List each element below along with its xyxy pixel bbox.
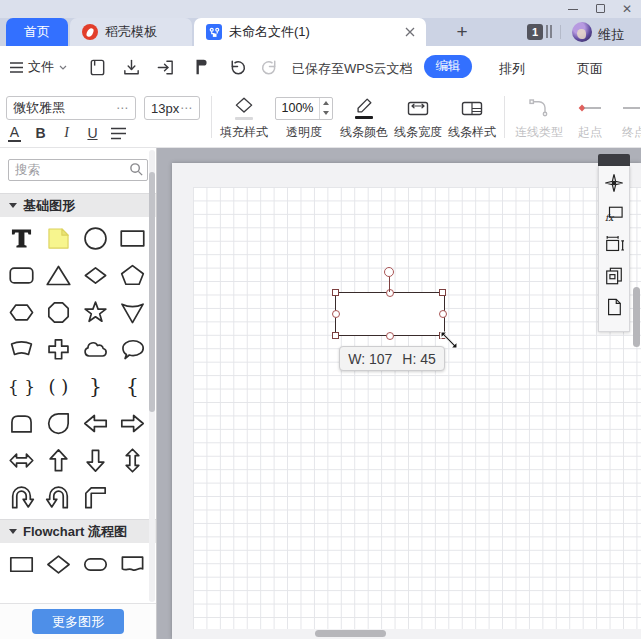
shape-left-arrow[interactable] (77, 405, 114, 442)
shape-sticky-note[interactable] (40, 220, 77, 257)
redo-button[interactable] (258, 56, 280, 78)
more-shapes-button[interactable]: 更多图形 (32, 609, 124, 634)
section-header-1[interactable]: Flowchart 流程图 (0, 519, 156, 543)
shape-pentagon[interactable] (114, 257, 151, 294)
edit-mode-button[interactable]: 编辑 (424, 55, 472, 78)
panel-handle[interactable] (598, 154, 630, 166)
shape-decision[interactable] (40, 546, 77, 583)
shape-speech-bubble[interactable] (114, 331, 151, 368)
fill-style-group[interactable]: 填充样式 (217, 88, 271, 148)
duplicate-page-button[interactable] (603, 265, 625, 287)
shape-u-turn-arrow[interactable] (3, 479, 40, 516)
shape-up-arrow[interactable] (40, 442, 77, 479)
font-size-select[interactable]: 13px ⋯ (144, 96, 200, 120)
more-fonts-icon[interactable]: ⋯ (116, 101, 129, 115)
shape-u-turn-arrow-alt[interactable] (40, 479, 77, 516)
shape-parenthesis-pair[interactable]: ( ) (40, 368, 77, 405)
shape-cross[interactable] (40, 331, 77, 368)
connection-point-bottom[interactable] (386, 332, 394, 340)
shape-process[interactable] (3, 546, 40, 583)
shape-octagon[interactable] (40, 294, 77, 331)
shape-brace-pair[interactable]: { } (3, 368, 40, 405)
section-header-0[interactable]: 基础图形 (0, 193, 156, 217)
spin-up-button[interactable] (320, 98, 332, 109)
opacity-spinner[interactable]: 100% (275, 97, 333, 120)
shape-star[interactable] (77, 294, 114, 331)
tab-docer-templates[interactable]: 稻壳模板 (70, 18, 192, 46)
spin-down-button[interactable] (320, 108, 332, 119)
rotate-handle[interactable] (384, 267, 394, 277)
close-tab-button[interactable] (402, 24, 418, 40)
shape-text[interactable] (3, 220, 40, 257)
fill-color-indicator (235, 117, 253, 120)
maximize-button[interactable] (595, 3, 607, 15)
shape-arch[interactable] (3, 405, 40, 442)
search-input[interactable] (8, 159, 148, 181)
sidebar-scrollbar[interactable] (149, 150, 155, 602)
minimize-button[interactable] (567, 3, 579, 15)
scrollbar-thumb[interactable] (149, 172, 155, 412)
underline-button[interactable]: U (80, 122, 105, 144)
bold-button[interactable]: B (28, 122, 53, 144)
shape-cone[interactable] (114, 294, 151, 331)
connection-point-top[interactable] (386, 289, 394, 297)
connection-point-right[interactable] (439, 310, 447, 318)
shape-circle[interactable] (77, 220, 114, 257)
arrange-menu[interactable]: 排列 (499, 60, 525, 78)
resize-handle-nw[interactable] (332, 289, 339, 296)
shape-rectangle[interactable] (114, 220, 151, 257)
close-window-button[interactable]: ✕ (621, 3, 633, 15)
selected-rectangle-shape[interactable] (335, 292, 445, 336)
canvas-page[interactable] (172, 163, 641, 639)
window-count-badge[interactable]: 1 (527, 24, 543, 40)
drawing-canvas[interactable]: W: 107 H: 45 fx (157, 148, 641, 639)
username-label[interactable]: 维拉 (598, 26, 624, 44)
resize-handle-sw[interactable] (332, 332, 339, 339)
shape-rounded-rectangle[interactable] (3, 257, 40, 294)
shape-corner-shape[interactable] (77, 479, 114, 516)
horizontal-scrollbar-thumb[interactable] (315, 630, 386, 637)
font-family-select[interactable]: 微软雅黑 ⋯ (6, 96, 136, 120)
canvas-grid[interactable] (193, 187, 641, 629)
page-menu[interactable]: 页面 (577, 60, 603, 78)
file-menu[interactable]: 文件 (10, 58, 67, 76)
text-align-button[interactable] (106, 122, 131, 144)
shape-document[interactable] (114, 546, 151, 583)
formula-style-button[interactable]: fx (603, 203, 625, 225)
shape-diamond[interactable] (77, 257, 114, 294)
new-page-button[interactable] (603, 296, 625, 318)
shape-double-horizontal-arrow[interactable] (3, 442, 40, 479)
save-button[interactable] (86, 56, 108, 78)
shape-triangle[interactable] (40, 257, 77, 294)
tab-home[interactable]: 首页 (6, 18, 68, 46)
resize-handle-ne[interactable] (439, 289, 446, 296)
export-button[interactable] (154, 56, 176, 78)
navigator-button[interactable] (603, 172, 625, 194)
line-style-group[interactable]: 线条样式 (445, 88, 499, 148)
shape-down-arrow[interactable] (77, 442, 114, 479)
new-tab-button[interactable]: + (450, 21, 474, 43)
tab-document[interactable]: 未命名文件(1) (194, 18, 426, 46)
page-size-button[interactable] (603, 234, 625, 256)
shape-terminator[interactable] (77, 546, 114, 583)
more-sizes-icon[interactable]: ⋯ (180, 101, 193, 115)
connection-point-left[interactable] (332, 310, 340, 318)
shape-right-arrow[interactable] (114, 405, 151, 442)
shape-teardrop[interactable] (40, 405, 77, 442)
format-painter-button[interactable] (190, 56, 212, 78)
font-color-button[interactable]: A (2, 122, 27, 144)
shape-hexagon[interactable] (3, 294, 40, 331)
shape-right-brace[interactable]: } (77, 368, 114, 405)
shape-double-vertical-arrow[interactable] (114, 442, 151, 479)
line-width-group[interactable]: 线条宽度 (391, 88, 445, 148)
line-color-group[interactable]: 线条颜色 (337, 88, 391, 148)
download-button[interactable] (120, 56, 142, 78)
shape-arc-band[interactable] (3, 331, 40, 368)
undo-button[interactable] (226, 56, 248, 78)
vertical-scrollbar-thumb[interactable] (633, 287, 640, 347)
user-avatar[interactable] (572, 22, 592, 42)
shape-left-brace[interactable]: { (114, 368, 151, 405)
fill-style-icon (233, 95, 255, 121)
shape-cloud[interactable] (77, 331, 114, 368)
italic-button[interactable]: I (54, 122, 79, 144)
